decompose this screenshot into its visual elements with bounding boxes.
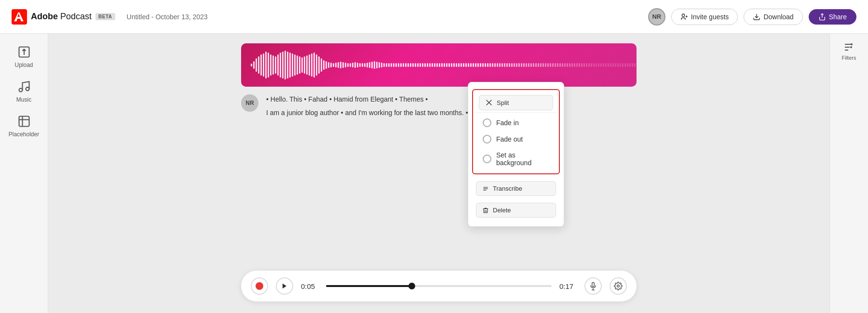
- fade-out-radio: [483, 135, 491, 143]
- progress-bar[interactable]: [326, 285, 552, 287]
- audio-track: •••: [241, 43, 637, 87]
- trash-icon: [482, 207, 489, 214]
- person-add-icon: [680, 13, 688, 21]
- sidebar-item-music[interactable]: Music: [16, 80, 31, 103]
- transcript-line-2: I am a junior blog author • and I'm work…: [266, 106, 637, 119]
- delete-button[interactable]: Delete: [476, 203, 556, 218]
- menu-divider-1: [475, 112, 557, 113]
- transcript-row: NR • Hello. This • Fahad • Hamid from El…: [241, 92, 637, 119]
- play-icon: [281, 283, 288, 289]
- text-icon: [482, 185, 489, 192]
- waveform: [251, 51, 636, 79]
- header-right: NR Invite guests Download Share: [648, 8, 856, 26]
- app-name: Adobe Podcast: [31, 12, 92, 22]
- settings-icon: [614, 282, 623, 290]
- doc-title: Untitled - October 13, 2023: [127, 13, 208, 21]
- download-button[interactable]: Download: [744, 9, 802, 25]
- upload-label: Upload: [14, 62, 33, 68]
- share-button[interactable]: Share: [809, 9, 856, 25]
- progress-thumb: [408, 283, 415, 289]
- svg-rect-17: [592, 283, 595, 287]
- play-button[interactable]: [276, 277, 293, 295]
- svg-marker-16: [283, 284, 286, 289]
- svg-point-1: [682, 14, 684, 16]
- filters-sidebar: Filters: [829, 34, 868, 313]
- player-bar: 0:05 0:17: [241, 271, 637, 301]
- left-sidebar: Upload Music Placeholder: [0, 34, 48, 313]
- split-button[interactable]: Split: [479, 95, 553, 110]
- context-menu: Split Fade in Fade out Set as background: [468, 82, 564, 227]
- context-menu-effects-section: Split Fade in Fade out Set as background: [472, 89, 560, 174]
- settings-button[interactable]: [610, 277, 627, 295]
- placeholder-label: Placeholder: [9, 131, 39, 138]
- invite-guests-button[interactable]: Invite guests: [671, 9, 738, 25]
- placeholder-icon: [17, 115, 31, 128]
- beta-badge: BETA: [95, 13, 115, 20]
- download-icon: [753, 13, 760, 21]
- fade-in-radio: [483, 118, 491, 127]
- svg-rect-10: [19, 117, 29, 127]
- record-button[interactable]: [251, 277, 268, 295]
- transcript-text: • Hello. This • Fahad • Hamid from Elega…: [266, 92, 637, 119]
- mic-button[interactable]: [584, 277, 602, 295]
- track-container: •••: [241, 43, 637, 87]
- current-time: 0:05: [301, 282, 318, 290]
- fade-out-option[interactable]: Fade out: [475, 131, 557, 147]
- total-time: 0:17: [559, 282, 577, 290]
- music-label: Music: [16, 96, 31, 103]
- record-dot-icon: [256, 282, 263, 290]
- progress-fill: [326, 285, 412, 287]
- adobe-logo-icon: [12, 9, 27, 25]
- header: Adobe Podcast BETA Untitled - October 13…: [0, 0, 868, 34]
- transcribe-button[interactable]: Transcribe: [476, 181, 556, 196]
- svg-point-9: [26, 87, 29, 91]
- split-icon: [485, 99, 493, 106]
- filters-icon: [843, 41, 854, 53]
- transcript-line-1: • Hello. This • Fahad • Hamid from Elega…: [266, 92, 637, 106]
- fade-in-option[interactable]: Fade in: [475, 115, 557, 131]
- user-avatar: NR: [648, 8, 665, 26]
- filters-label: Filters: [842, 55, 856, 61]
- svg-point-25: [850, 46, 852, 48]
- set-as-background-radio: [483, 155, 491, 163]
- filters-button[interactable]: Filters: [842, 41, 856, 61]
- svg-point-20: [617, 285, 620, 287]
- transcript-avatar: NR: [241, 94, 258, 112]
- music-icon: [17, 80, 31, 93]
- upload-icon: [17, 45, 31, 59]
- content-area: ••• NR • Hello. This • Fahad • Hamid fro…: [48, 34, 829, 313]
- svg-point-24: [851, 43, 853, 45]
- set-as-background-option[interactable]: Set as background: [475, 147, 557, 170]
- header-left: Adobe Podcast BETA Untitled - October 13…: [12, 9, 208, 25]
- svg-point-8: [19, 89, 22, 92]
- mic-icon: [589, 282, 597, 290]
- main-layout: Upload Music Placeholder •••: [0, 34, 868, 313]
- sidebar-item-placeholder[interactable]: Placeholder: [9, 115, 39, 138]
- sidebar-item-upload[interactable]: Upload: [14, 45, 33, 68]
- share-icon: [818, 13, 826, 21]
